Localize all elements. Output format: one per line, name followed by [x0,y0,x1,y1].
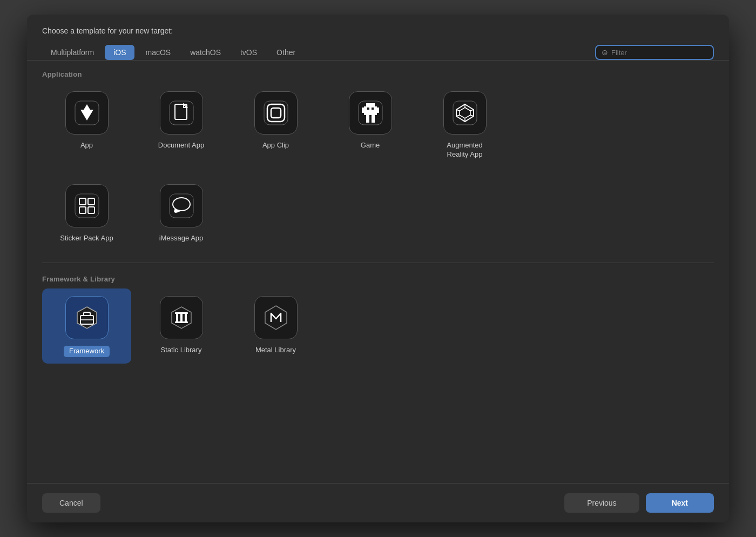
svg-rect-13 [367,108,369,110]
ar-app-label: AugmentedReality App [447,141,483,159]
template-static-library[interactable]: Static Library [137,288,226,364]
template-app[interactable]: App [42,84,131,166]
tab-watchos[interactable]: watchOS [181,45,230,60]
template-dialog: Choose a template for your new target: M… [27,15,729,522]
footer-right: Previous Next [564,493,714,513]
template-ar-app[interactable]: AugmentedReality App [420,84,509,166]
filter-input-wrap: ⊜ [595,45,714,60]
app-clip-label: App Clip [262,141,289,150]
app-label: App [80,141,93,150]
tab-ios[interactable]: iOS [105,45,134,60]
ar-app-icon [443,91,487,135]
template-game[interactable]: Game [326,84,415,166]
framework-label: Framework [64,346,110,357]
svg-rect-14 [372,108,374,110]
framework-grid: Framework Static Library [42,288,714,374]
metal-library-icon [254,296,298,339]
imessage-app-label: iMessage App [159,234,204,243]
game-label: Game [361,141,380,150]
section-framework-label: Framework & Library [42,265,714,288]
dialog-title: Choose a template for your new target: [27,15,729,41]
framework-icon [65,296,109,339]
svg-rect-38 [175,312,188,314]
sticker-pack-label: Sticker Pack App [60,234,113,243]
app-clip-icon [254,91,298,135]
platform-tabs: Multiplatform iOS macOS watchOS tvOS Oth… [42,45,304,60]
tab-multiplatform[interactable]: Multiplatform [42,45,103,60]
cancel-button[interactable]: Cancel [42,493,100,513]
template-imessage-app[interactable]: iMessage App [137,177,226,250]
imessage-app-icon [160,184,203,227]
document-app-icon [160,91,203,135]
static-library-label: Static Library [161,346,202,355]
static-library-icon [160,296,203,339]
tab-macos[interactable]: macOS [137,45,179,60]
svg-rect-10 [376,108,379,113]
app-icon [65,91,109,135]
next-button[interactable]: Next [646,493,714,513]
svg-rect-12 [372,115,375,123]
template-framework[interactable]: Framework [42,288,131,364]
svg-rect-11 [366,115,369,123]
svg-rect-9 [362,108,365,113]
footer: Cancel Previous Next [27,483,729,522]
section-application-label: Application [42,61,714,84]
game-icon [349,91,392,135]
tab-other[interactable]: Other [268,45,304,60]
document-app-label: Document App [158,141,204,150]
section-divider [42,263,714,263]
tab-tvos[interactable]: tvOS [232,45,266,60]
svg-rect-35 [176,313,178,322]
svg-rect-39 [175,321,188,323]
template-metal-library[interactable]: Metal Library [231,288,320,364]
filter-input[interactable] [611,49,698,57]
svg-rect-24 [75,194,99,218]
metal-library-label: Metal Library [255,346,296,355]
sticker-pack-icon [65,184,109,227]
svg-rect-8 [364,106,377,115]
template-app-clip[interactable]: App Clip [231,84,320,166]
template-sticker-pack[interactable]: Sticker Pack App [42,177,131,250]
application-grid-2: Sticker Pack App iMessage App [42,177,714,260]
previous-button[interactable]: Previous [564,493,639,513]
application-grid: App Document App [42,84,714,177]
svg-rect-36 [180,313,183,322]
content-area: Application App [27,61,729,483]
template-document-app[interactable]: Document App [137,84,226,166]
svg-marker-40 [265,306,287,330]
svg-rect-37 [185,313,187,322]
filter-icon: ⊜ [602,48,608,57]
tab-bar: Multiplatform iOS macOS watchOS tvOS Oth… [27,41,729,61]
